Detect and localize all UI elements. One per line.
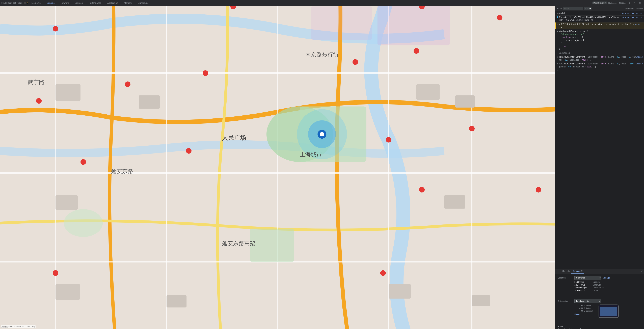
- svg-text:上海城市: 上海城市: [300, 151, 322, 158]
- locale-label: Locale: [592, 290, 598, 292]
- orientation-controls: 90 α (alpha) -180 β (beta) -90 γ (gamma): [574, 304, 596, 318]
- gamma-value: -90: [574, 310, 583, 312]
- timezone-label: Timezone ID: [592, 286, 604, 289]
- orientation-row: Orientation Landscape right Portrait Pri…: [558, 299, 641, 303]
- inspect-icon[interactable]: ⬛: [24, 2, 26, 4]
- phone-button: [618, 309, 619, 313]
- location-label: Location: [558, 277, 573, 279]
- timezone-value: Asia/Shanghai: [574, 286, 591, 289]
- expand-arrow[interactable]: ▶: [557, 62, 558, 66]
- svg-rect-28: [56, 84, 80, 101]
- location-row: Location Shanghai Manage: [558, 276, 641, 280]
- device-icon[interactable]: 📱: [26, 2, 28, 4]
- orientation-details: 90 α (alpha) -180 β (beta) -90 γ (gamma): [574, 304, 641, 318]
- expand-arrow[interactable]: ▶: [559, 23, 560, 26]
- expand-arrow[interactable]: ▶: [557, 56, 558, 58]
- svg-point-66: [469, 126, 474, 131]
- svg-point-67: [536, 187, 541, 192]
- no-issues-badge: No issues: [608, 2, 616, 4]
- svg-point-17: [320, 132, 324, 136]
- map-svg: 苏河城景 华侨城苏河湾 茂城商场 黄浦江北路 武宁路 南京路步行街 人民广场 上…: [0, 6, 555, 329]
- location-details: 31.230416 Latitude 121.473701 Longitude …: [574, 281, 641, 292]
- sensors-content: Location Shanghai Manage 31.230416 Latit…: [555, 274, 644, 329]
- settings-icon[interactable]: ⚙: [627, 1, 631, 5]
- collapse-arrow[interactable]: ▼: [557, 30, 558, 33]
- eye-icon[interactable]: 👁: [556, 7, 559, 10]
- filter-input[interactable]: [563, 7, 583, 10]
- gamma-greek: γ (gamma): [584, 310, 596, 312]
- warning-icon: ⚠: [557, 23, 558, 26]
- svg-point-58: [125, 81, 130, 87]
- console-toolbar: 👁 ⊘ top No issues 4 hidden: [555, 6, 644, 11]
- sensors-tab[interactable]: Sensors ✕: [572, 269, 584, 274]
- touch-desc: Forces touch instead of click: [558, 328, 641, 329]
- console-tab[interactable]: Console: [561, 269, 572, 274]
- panel-more-icon[interactable]: ⋮: [556, 270, 559, 273]
- svg-point-56: [53, 26, 58, 31]
- svg-point-60: [352, 59, 358, 65]
- panel-close-btn[interactable]: ✕: [640, 270, 643, 273]
- orientation-section: Orientation Landscape right Portrait Pri…: [558, 299, 641, 318]
- svg-point-64: [186, 148, 192, 154]
- console-event-1: ▶ DeviceOrientationEvent {isTrusted: tru…: [555, 55, 644, 62]
- svg-point-57: [36, 98, 42, 104]
- svg-point-61: [414, 48, 419, 54]
- beta-value: -180: [574, 307, 583, 309]
- console-line-warning: ⚠ ▶ 空内数据加载解析失败 Offset is outside the bou…: [555, 22, 644, 29]
- no-issues-text: No issues: [626, 8, 634, 10]
- svg-rect-35: [166, 295, 186, 308]
- tab-application[interactable]: Application: [104, 0, 121, 6]
- location-select[interactable]: Shanghai: [574, 276, 601, 280]
- tab-performance[interactable]: Performance: [86, 0, 104, 6]
- svg-rect-19: [311, 6, 372, 40]
- default-levels-select[interactable]: Default levels ▾: [592, 2, 607, 4]
- map-area: 苏河城景 华侨城苏河湾 茂城商场 黄浦江北路 武宁路 南京路步行街 人民广场 上…: [0, 6, 555, 329]
- topbar-right: Default levels ▾ No issues 4 hidden ⚙ ⋮ …: [592, 1, 644, 5]
- longitude-value: 121.473701: [574, 284, 591, 286]
- svg-rect-13: [250, 229, 294, 262]
- beta-greek: β (beta): [584, 307, 596, 309]
- tab-memory[interactable]: Memory: [121, 0, 135, 6]
- sensors-tabs: ⋮ Console Sensors ✕ ✕: [555, 269, 644, 274]
- svg-text:延安东路: 延安东路: [111, 168, 133, 174]
- svg-point-69: [380, 270, 386, 276]
- prompt-icon: ›: [556, 69, 558, 72]
- devtools-topbar: 1659.33px × 1307.33px ⬛ 📱 ElementsConsol…: [0, 0, 644, 6]
- latitude-label: Latitude: [592, 281, 600, 283]
- close-icon[interactable]: ✕: [638, 1, 642, 5]
- svg-rect-36: [388, 284, 411, 299]
- longitude-label: Longitude: [592, 284, 602, 286]
- beta-row: -180 β (beta): [574, 307, 596, 309]
- svg-point-12: [64, 209, 103, 237]
- map-attribution: 高德地图 ©2022 AutoNavi · GS(2021)6375号: [1, 325, 36, 328]
- reset-link[interactable]: Reset: [574, 313, 580, 316]
- touch-title: Touch: [558, 325, 641, 328]
- latitude-value: 31.230416: [574, 281, 591, 283]
- tabs-container: ElementsConsoleNetworkSourcesPerformance…: [28, 0, 152, 6]
- tab-console[interactable]: Console: [44, 0, 58, 6]
- tab-sources[interactable]: Sources: [72, 0, 86, 6]
- more-icon[interactable]: ⋮: [632, 1, 636, 5]
- tab-elements[interactable]: Elements: [28, 0, 44, 6]
- console-input-prompt: ›: [555, 69, 644, 73]
- phone-screen: [600, 307, 617, 316]
- svg-point-65: [386, 137, 391, 142]
- svg-text:武宁路: 武宁路: [28, 79, 44, 86]
- tab-lighthouse[interactable]: Lighthouse: [135, 0, 152, 6]
- orientation-select[interactable]: Landscape right Portrait Primary Portrai…: [574, 299, 601, 303]
- svg-point-59: [202, 70, 208, 76]
- alpha-greek: α (alpha): [584, 304, 596, 306]
- gamma-row: -90 γ (gamma): [574, 310, 596, 312]
- touch-section: Touch Forces touch instead of click Devi…: [558, 325, 641, 329]
- hidden-count: 4 hidden: [619, 2, 626, 4]
- tab-network[interactable]: Network: [58, 0, 72, 6]
- svg-text:南京路步行街: 南京路步行街: [306, 52, 338, 58]
- filter-icon[interactable]: ⊘: [560, 7, 562, 10]
- context-select[interactable]: top: [584, 7, 592, 10]
- sensors-tab-close[interactable]: ✕: [581, 270, 582, 272]
- console-cursor: [558, 69, 643, 72]
- svg-text:延安东路高架: 延安东路高架: [222, 240, 255, 246]
- svg-rect-29: [139, 95, 160, 108]
- manage-link[interactable]: Manage: [602, 277, 610, 279]
- devtools-panel: 👁 ⊘ top No issues 4 hidden 定位成功 testloca…: [555, 6, 644, 329]
